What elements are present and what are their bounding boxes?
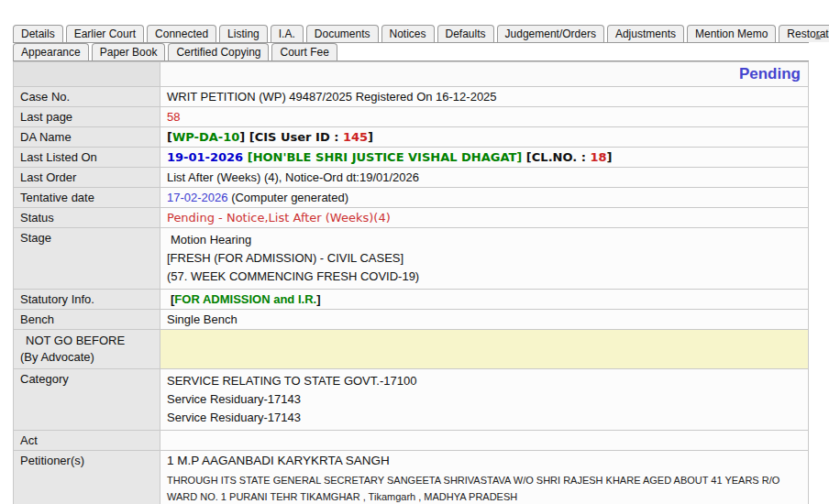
da-bracket-mid: ] [CIS User ID : (239, 130, 343, 144)
status-label: Status (14, 208, 160, 228)
table-row-da-name: DA Name [WP-DA-10] [CIS User ID : 145] (14, 127, 809, 148)
not-go-before-label-line1: NOT GO BEFORE (20, 333, 153, 349)
category-line-1: SERVICE RELATING TO STATE GOVT.-17100 (167, 372, 801, 390)
tab-strip-primary: Details Earlier Court Connected Listing … (13, 25, 809, 43)
last-order-value: List After (Weeks) (4), Notice-Ord dt:19… (160, 168, 809, 188)
act-value (160, 431, 809, 451)
cis-user-id: 145 (343, 130, 368, 144)
bench-label: Bench (14, 310, 160, 330)
tab-certified-copying[interactable]: Certified Copying (168, 43, 269, 60)
last-page-value: 58 (167, 110, 180, 124)
case-no-label: Case No. (14, 87, 160, 107)
table-row-case-no: Case No. WRIT PETITION (WP) 49487/2025 R… (14, 87, 809, 107)
stage-line-1: Motion Hearing (167, 231, 801, 249)
case-status-header-row: Pending (14, 62, 809, 87)
table-row-last-page: Last page 58 (14, 107, 809, 127)
tab-mention-memo[interactable]: Mention Memo (687, 25, 776, 42)
petitioner-name: 1 M.P AAGANBADI KARYKRTA SANGH (167, 454, 801, 467)
last-listed-on-value: 19-01-2026 [HON'BLE SHRI JUSTICE VISHAL … (160, 148, 809, 168)
table-row-category: Category SERVICE RELATING TO STATE GOVT.… (14, 369, 809, 431)
statutory-info-value: [FOR ADMISSION and I.R.] (160, 290, 809, 310)
bench-value: Single Bench (160, 310, 809, 330)
category-label: Category (14, 369, 160, 431)
tab-appearance[interactable]: Appearance (13, 43, 89, 60)
case-details-table: Pending Case No. WRIT PETITION (WP) 4948… (13, 61, 809, 504)
case-status-cell: Pending (160, 62, 809, 87)
tab-strip-secondary: Appearance Paper Book Certified Copying … (13, 43, 809, 61)
table-row-act: Act (14, 431, 809, 451)
da-bracket-close: ] (368, 130, 373, 144)
act-label: Act (14, 431, 160, 451)
table-row-petitioners: Petitioner(s) 1 M.P AAGANBADI KARYKRTA S… (14, 451, 809, 504)
table-row-last-order: Last Order List After (Weeks) (4), Notic… (14, 168, 809, 188)
stage-label: Stage (14, 228, 160, 290)
header-empty-cell (14, 62, 160, 87)
tab-adjustments[interactable]: Adjustments (607, 25, 684, 42)
tab-details[interactable]: Details (13, 25, 63, 42)
tab-documents[interactable]: Documents (306, 25, 379, 42)
petitioner-description: THROUGH ITS STATE GENERAL SECRETARY SANG… (167, 472, 801, 504)
tab-defaults[interactable]: Defaults (437, 25, 494, 42)
judge-name: [HON'BLE SHRI JUSTICE VISHAL DHAGAT] (248, 150, 523, 164)
table-row-stage: Stage Motion Hearing [FRESH (FOR ADMISSI… (14, 228, 809, 290)
status-value: Pending - Notice,List After (Weeks)(4) (160, 208, 809, 228)
not-go-before-label-line2: (By Advocate) (20, 349, 153, 366)
last-order-label: Last Order (14, 168, 160, 188)
case-details-page: ▲ Details Earlier Court Connected Listin… (0, 25, 829, 504)
last-listed-on-label: Last Listed On (14, 148, 160, 168)
tab-court-fee[interactable]: Court Fee (271, 43, 337, 60)
tab-notices[interactable]: Notices (381, 25, 435, 42)
statutory-bracket-close: ] (316, 292, 320, 306)
stage-line-3: (57. WEEK COMMENCING FRESH COVID-19) (167, 268, 801, 286)
table-row-status: Status Pending - Notice,List After (Week… (14, 208, 809, 228)
table-row-last-listed-on: Last Listed On 19-01-2026 [HON'BLE SHRI … (14, 148, 809, 168)
last-page-label: Last page (14, 107, 160, 127)
table-row-tentative-date: Tentative date 17-02-2026 (Computer gene… (14, 188, 809, 208)
tab-judgement-orders[interactable]: Judgement/Orders (497, 25, 604, 42)
tentative-date-label: Tentative date (14, 188, 160, 208)
cl-no-prefix: [CL.NO. : (526, 150, 591, 164)
tab-paper-book[interactable]: Paper Book (92, 43, 166, 60)
not-go-before-label: NOT GO BEFORE (By Advocate) (14, 330, 160, 369)
stage-line-2: [FRESH (FOR ADMISSION) - CIVIL CASES] (167, 249, 801, 268)
tab-earlier-court[interactable]: Earlier Court (66, 25, 144, 42)
tab-listing[interactable]: Listing (219, 25, 268, 42)
table-row-bench: Bench Single Bench (14, 310, 809, 330)
da-name-label: DA Name (14, 127, 160, 148)
category-line-3: Service Residuary-17143 (167, 409, 801, 427)
table-row-statutory-info: Statutory Info. [FOR ADMISSION and I.R.] (14, 290, 809, 310)
statutory-info-label: Statutory Info. (14, 290, 160, 310)
not-go-before-value (160, 330, 809, 369)
category-line-2: Service Residuary-17143 (167, 390, 801, 409)
last-listed-date: 19-01-2026 (167, 150, 243, 164)
scrollbar-up-icon[interactable]: ▲ (812, 29, 824, 42)
case-status-badge: Pending (739, 65, 801, 82)
da-code: WP-DA-10 (172, 130, 239, 144)
case-no-value: WRIT PETITION (WP) 49487/2025 Registered… (160, 87, 809, 107)
tentative-date-note: (Computer generated) (231, 191, 348, 204)
da-name-value: [WP-DA-10] [CIS User ID : 145] (160, 127, 809, 148)
tab-connected[interactable]: Connected (147, 25, 216, 42)
cl-no-value: 18 (590, 150, 606, 164)
table-row-not-go-before: NOT GO BEFORE (By Advocate) (14, 330, 809, 369)
petitioners-label: Petitioner(s) (14, 451, 160, 504)
tentative-date-value: 17-02-2026 (167, 191, 228, 204)
cl-no-bracket-close: ] (607, 150, 613, 164)
tab-ia[interactable]: I.A. (271, 25, 304, 42)
statutory-info-text: FOR ADMISSION and I.R. (174, 292, 316, 306)
